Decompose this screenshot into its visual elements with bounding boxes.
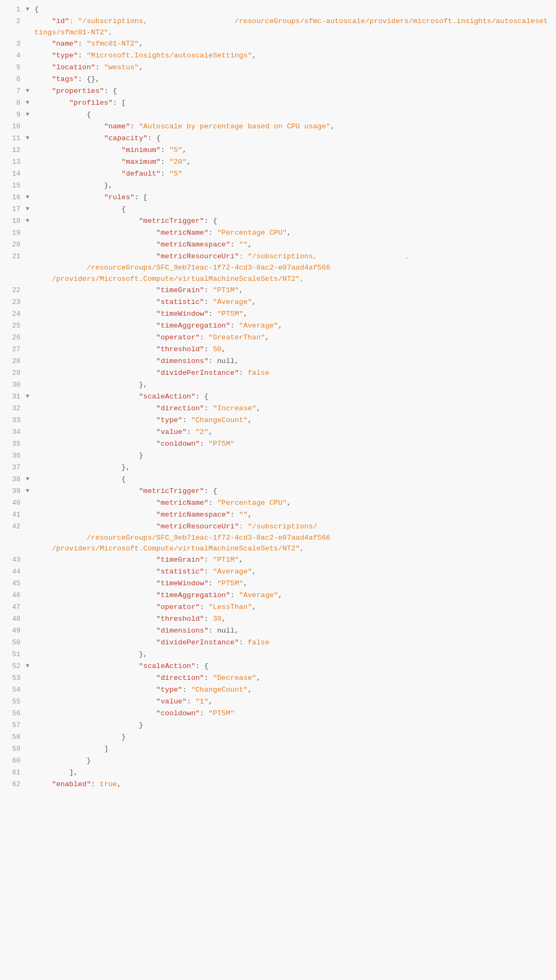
line-number: 40 xyxy=(0,498,26,509)
line-content: "direction": "Increase", xyxy=(34,403,556,415)
line-number: 38 xyxy=(0,474,26,485)
code-line: 13 "maximum": "20", xyxy=(0,157,556,169)
fold-arrow[interactable]: ▼ xyxy=(26,216,34,226)
fold-arrow xyxy=(26,50,34,51)
line-content: "cooldown": "PT5M" xyxy=(34,439,556,450)
line-number: 13 xyxy=(0,157,26,168)
line-content: "value": "2", xyxy=(34,427,556,438)
fold-arrow[interactable]: ▼ xyxy=(26,486,34,496)
fold-arrow[interactable]: ▼ xyxy=(26,391,34,401)
code-line: 41 "metricNamespace": "", xyxy=(0,510,556,521)
line-content: "timeGrain": "PT1M", xyxy=(34,555,556,566)
fold-arrow xyxy=(26,626,34,626)
code-line: 12 "minimum": "5", xyxy=(0,145,556,157)
fold-arrow xyxy=(26,451,34,451)
line-content: }, xyxy=(34,462,556,474)
code-line: 17▼ { xyxy=(0,204,556,216)
line-number: 60 xyxy=(0,756,26,766)
code-line: 60 } xyxy=(0,756,556,767)
line-content: "dimensions": null, xyxy=(34,356,556,367)
fold-arrow xyxy=(26,767,34,768)
line-number: 35 xyxy=(0,439,26,449)
line-number: 9 xyxy=(0,110,26,120)
line-number: 5 xyxy=(0,62,26,73)
line-number: 36 xyxy=(0,451,26,461)
fold-arrow xyxy=(26,180,34,181)
line-number: 28 xyxy=(0,356,26,367)
code-line: 49 "dimensions": null, xyxy=(0,626,556,637)
fold-arrow[interactable]: ▼ xyxy=(26,204,34,214)
code-line: 24 "timeWindow": "PT5M", xyxy=(0,309,556,321)
line-content: "location": "westus", xyxy=(34,62,556,74)
line-number: 55 xyxy=(0,696,26,707)
fold-arrow xyxy=(26,779,34,780)
line-number: 7 xyxy=(0,86,26,97)
line-content: "type": "ChangeCount", xyxy=(34,685,556,696)
code-line: 52▼ "scaleAction": { xyxy=(0,661,556,673)
fold-arrow xyxy=(26,297,34,297)
code-line: 59 ] xyxy=(0,744,556,756)
line-number: 24 xyxy=(0,309,26,320)
line-content: "minimum": "5", xyxy=(34,145,556,156)
fold-arrow[interactable]: ▼ xyxy=(26,86,34,96)
fold-arrow xyxy=(26,756,34,756)
code-line: 4 "type": "Microsoft.Insights/autoscaleS… xyxy=(0,50,556,62)
code-line: 27 "threshold": 50, xyxy=(0,344,556,356)
fold-arrow xyxy=(26,74,34,75)
line-content: }, xyxy=(34,380,556,391)
line-content: { xyxy=(34,110,556,121)
fold-arrow xyxy=(26,403,34,404)
line-number: 8 xyxy=(0,98,26,108)
fold-arrow xyxy=(26,239,34,240)
line-number: 19 xyxy=(0,228,26,238)
code-line: 32 "direction": "Increase", xyxy=(0,403,556,415)
line-number: 30 xyxy=(0,380,26,390)
line-number: 57 xyxy=(0,720,26,731)
line-number: 49 xyxy=(0,626,26,636)
code-line: 53 "direction": "Decrease", xyxy=(0,673,556,685)
fold-arrow[interactable]: ▼ xyxy=(26,661,34,671)
line-number: 61 xyxy=(0,767,26,778)
code-line: 25 "timeAggregation": "Average", xyxy=(0,321,556,332)
line-number: 17 xyxy=(0,204,26,215)
line-content: "metricName": "Percentage CPU", xyxy=(34,498,556,509)
fold-arrow[interactable]: ▼ xyxy=(26,474,34,484)
line-content: "timeGrain": "PT1M", xyxy=(34,285,556,296)
line-content: "operator": "GreaterThan", xyxy=(34,332,556,344)
fold-arrow xyxy=(26,744,34,744)
fold-arrow xyxy=(26,356,34,357)
line-number: 44 xyxy=(0,567,26,577)
code-container: 1▼{2 "id": "/subscriptions, /resourceGro… xyxy=(0,0,556,980)
fold-arrow xyxy=(26,732,34,732)
fold-arrow xyxy=(26,169,34,169)
fold-arrow[interactable]: ▼ xyxy=(26,192,34,202)
code-line: 51 }, xyxy=(0,649,556,661)
fold-arrow[interactable]: ▼ xyxy=(26,133,34,143)
line-content: "dividePerInstance": false xyxy=(34,368,556,379)
fold-arrow[interactable]: ▼ xyxy=(26,98,34,107)
line-number: 16 xyxy=(0,192,26,203)
fold-arrow xyxy=(26,368,34,368)
line-content: { xyxy=(34,4,556,16)
fold-arrow xyxy=(26,567,34,567)
fold-arrow xyxy=(26,637,34,638)
fold-arrow[interactable]: ▼ xyxy=(26,110,34,119)
fold-arrow xyxy=(26,332,34,333)
line-content: }, xyxy=(34,180,556,192)
fold-arrow xyxy=(26,321,34,321)
code-line: 39▼ "metricTrigger": { xyxy=(0,486,556,498)
line-number: 3 xyxy=(0,39,26,49)
fold-arrow xyxy=(26,510,34,510)
code-line: 50 "dividePerInstance": false xyxy=(0,637,556,649)
line-content: "profiles": [ xyxy=(34,98,556,109)
line-number: 2 xyxy=(0,16,26,27)
fold-arrow[interactable]: ▼ xyxy=(26,4,34,14)
line-content: "timeWindow": "PT5M", xyxy=(34,578,556,590)
fold-arrow xyxy=(26,720,34,721)
line-number: 54 xyxy=(0,685,26,695)
fold-arrow xyxy=(26,602,34,602)
line-number: 1 xyxy=(0,4,26,15)
line-number: 27 xyxy=(0,344,26,355)
code-line: 38▼ { xyxy=(0,474,556,486)
line-content: "name": "sfmc01-NT2", xyxy=(34,39,556,50)
